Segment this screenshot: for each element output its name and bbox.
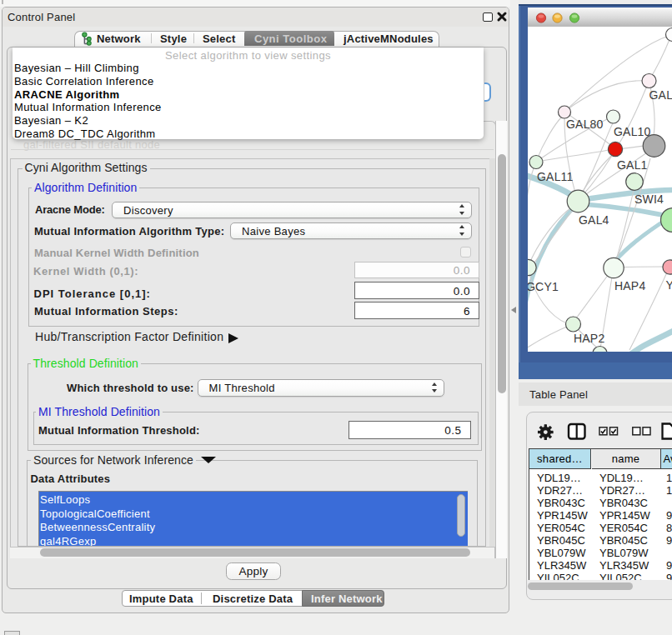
svg-text:SWI4: SWI4 — [634, 192, 664, 206]
svg-text:GAL11: GAL11 — [537, 170, 574, 183]
svg-text:HAP2: HAP2 — [574, 332, 604, 345]
svg-text:GAL80: GAL80 — [566, 118, 604, 131]
svg-text:GAL4: GAL4 — [579, 213, 609, 227]
svg-text:HAP4: HAP4 — [614, 279, 645, 292]
svg-text:GAL1: GAL1 — [617, 158, 648, 172]
svg-text:GAL10: GAL10 — [614, 125, 651, 138]
svg-text:GCY1: GCY1 — [528, 280, 559, 293]
svg-text:GAL2: GAL2 — [649, 88, 672, 102]
svg-text:YJL0: YJL0 — [666, 278, 672, 292]
